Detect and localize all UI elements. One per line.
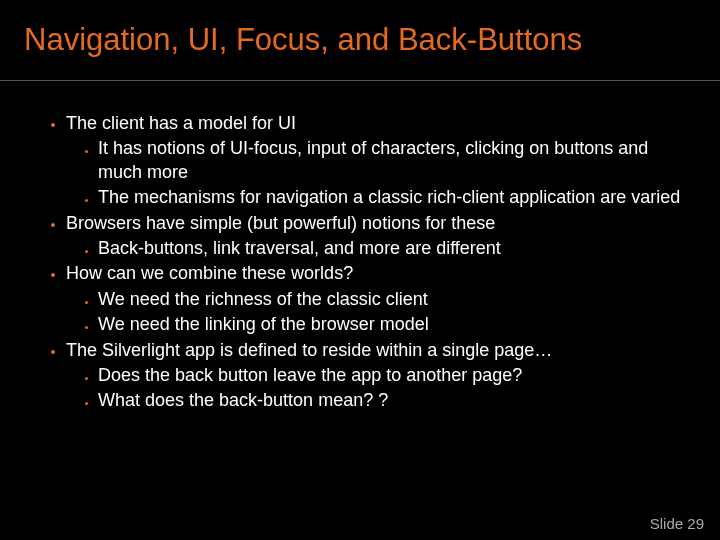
list-item: The Silverlight app is defined to reside… — [66, 339, 692, 413]
list-item: We need the richness of the classic clie… — [98, 288, 692, 311]
bullet-text: How can we combine these worlds? — [66, 263, 353, 283]
bullet-text: We need the richness of the classic clie… — [98, 289, 428, 309]
bullet-list: The client has a model for UI It has not… — [38, 112, 692, 413]
slide: Navigation, UI, Focus, and Back-Buttons … — [0, 0, 720, 540]
bullet-text: What does the back-button mean? ? — [98, 390, 388, 410]
list-item: Browsers have simple (but powerful) noti… — [66, 212, 692, 261]
slide-title: Navigation, UI, Focus, and Back-Buttons — [24, 22, 702, 58]
bullet-text: The mechanisms for navigation a classic … — [98, 187, 680, 207]
bullet-sublist: It has notions of UI-focus, input of cha… — [66, 137, 692, 209]
list-item: What does the back-button mean? ? — [98, 389, 692, 412]
bullet-sublist: Does the back button leave the app to an… — [66, 364, 692, 413]
bullet-sublist: We need the richness of the classic clie… — [66, 288, 692, 337]
bullet-text: Back-buttons, link traversal, and more a… — [98, 238, 501, 258]
bullet-text: We need the linking of the browser model — [98, 314, 429, 334]
bullet-text: The client has a model for UI — [66, 113, 296, 133]
title-underline — [0, 80, 720, 81]
bullet-sublist: Back-buttons, link traversal, and more a… — [66, 237, 692, 260]
list-item: We need the linking of the browser model — [98, 313, 692, 336]
list-item: How can we combine these worlds? We need… — [66, 262, 692, 336]
list-item: It has notions of UI-focus, input of cha… — [98, 137, 692, 184]
list-item: Does the back button leave the app to an… — [98, 364, 692, 387]
bullet-text: Does the back button leave the app to an… — [98, 365, 522, 385]
bullet-text: The Silverlight app is defined to reside… — [66, 340, 552, 360]
bullet-text: Browsers have simple (but powerful) noti… — [66, 213, 495, 233]
list-item: The client has a model for UI It has not… — [66, 112, 692, 210]
list-item: The mechanisms for navigation a classic … — [98, 186, 692, 209]
slide-body: The client has a model for UI It has not… — [38, 112, 692, 415]
list-item: Back-buttons, link traversal, and more a… — [98, 237, 692, 260]
bullet-text: It has notions of UI-focus, input of cha… — [98, 138, 648, 181]
slide-number: Slide 29 — [650, 515, 704, 532]
